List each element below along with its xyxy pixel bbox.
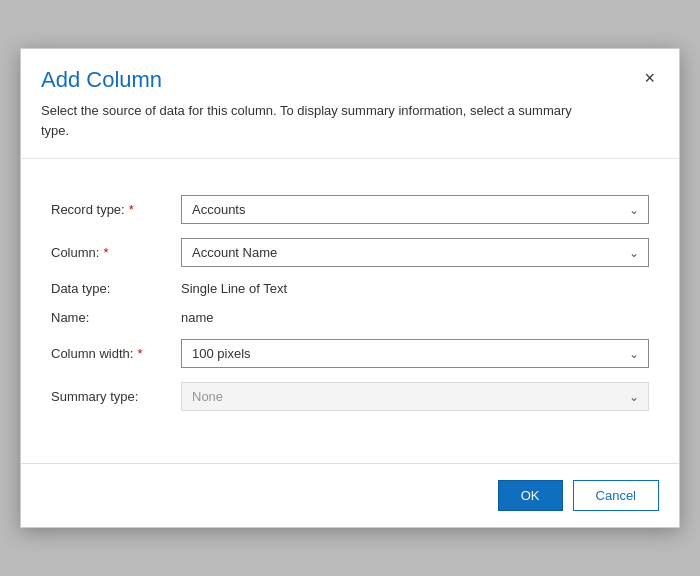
column-width-select[interactable]: 50 pixels 75 pixels 100 pixels 150 pixel…: [181, 339, 649, 368]
dialog-header: Add Column Select the source of data for…: [21, 49, 679, 148]
record-type-required: *: [129, 202, 134, 217]
cancel-button[interactable]: Cancel: [573, 480, 659, 511]
dialog-description: Select the source of data for this colum…: [41, 101, 601, 140]
header-divider: [21, 158, 679, 159]
record-type-value: Accounts Contacts Leads Opportunities ⌄: [181, 195, 649, 224]
record-type-label: Record type: *: [51, 202, 181, 217]
dialog-footer: OK Cancel: [21, 463, 679, 527]
column-required: *: [103, 245, 108, 260]
column-width-value: 50 pixels 75 pixels 100 pixels 150 pixel…: [181, 339, 649, 368]
column-label: Column: *: [51, 245, 181, 260]
add-column-dialog: Add Column Select the source of data for…: [20, 48, 680, 528]
column-select-wrapper: Account Name Account Number Address City…: [181, 238, 649, 267]
data-type-label: Data type:: [51, 281, 181, 296]
dialog-body: Record type: * Accounts Contacts Leads O…: [21, 175, 679, 463]
summary-type-select-wrapper: None Count Sum Average Min Max ⌄: [181, 382, 649, 411]
name-label: Name:: [51, 310, 181, 325]
summary-type-select[interactable]: None Count Sum Average Min Max: [181, 382, 649, 411]
column-value: Account Name Account Number Address City…: [181, 238, 649, 267]
dialog-overlay: Add Column Select the source of data for…: [0, 0, 700, 576]
data-type-value: Single Line of Text: [181, 281, 649, 296]
summary-type-row: Summary type: None Count Sum Average Min…: [51, 382, 649, 411]
record-type-select[interactable]: Accounts Contacts Leads Opportunities: [181, 195, 649, 224]
column-width-select-wrapper: 50 pixels 75 pixels 100 pixels 150 pixel…: [181, 339, 649, 368]
column-select[interactable]: Account Name Account Number Address City: [181, 238, 649, 267]
ok-button[interactable]: OK: [498, 480, 563, 511]
column-row: Column: * Account Name Account Number Ad…: [51, 238, 649, 267]
close-button[interactable]: ×: [640, 69, 659, 87]
record-type-row: Record type: * Accounts Contacts Leads O…: [51, 195, 649, 224]
summary-type-value: None Count Sum Average Min Max ⌄: [181, 382, 649, 411]
record-type-select-wrapper: Accounts Contacts Leads Opportunities ⌄: [181, 195, 649, 224]
name-value: name: [181, 310, 649, 325]
dialog-title-area: Add Column Select the source of data for…: [41, 67, 630, 140]
dialog-title: Add Column: [41, 67, 630, 93]
data-type-row: Data type: Single Line of Text: [51, 281, 649, 296]
column-width-label: Column width: *: [51, 346, 181, 361]
column-width-row: Column width: * 50 pixels 75 pixels 100 …: [51, 339, 649, 368]
summary-type-label: Summary type:: [51, 389, 181, 404]
name-row: Name: name: [51, 310, 649, 325]
column-width-required: *: [137, 346, 142, 361]
